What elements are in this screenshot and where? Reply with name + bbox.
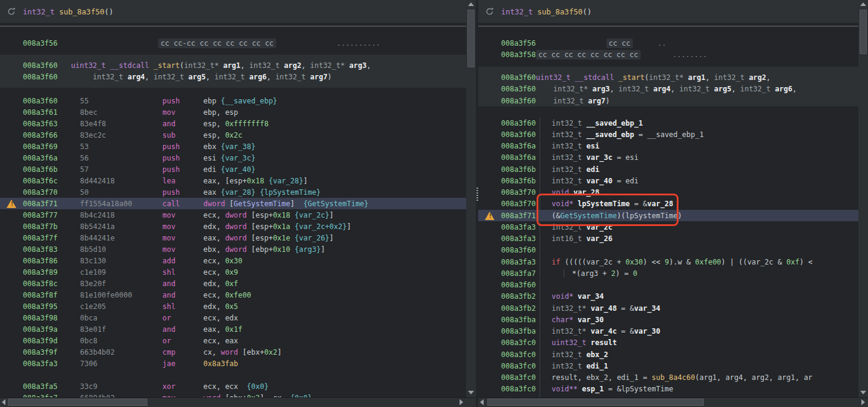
left-hscroll-thumb[interactable] [8, 399, 147, 406]
disasm-row[interactable]: 008a3fa37306jae0x8a3fab [0, 358, 466, 369]
token: ] [321, 245, 325, 254]
right-hscroll-thumb[interactable] [487, 399, 704, 406]
disasm-row[interactable]: 008a3f8c83e20fandedx, 0xf [0, 278, 466, 289]
token: , [717, 373, 725, 382]
signature-row[interactable]: 008a3f60uint32_t __stdcall _start(int32_… [478, 72, 858, 83]
hlil-row[interactable]: 008a3fa3int16_t var_26 [478, 233, 858, 245]
token: = [634, 130, 647, 139]
hlil-code: uint32_t result [540, 337, 858, 349]
operands: dword [GetSystemTime] {GetSystemTime} [203, 200, 466, 208]
disasm-row[interactable]: 008a3f89c1e109shlecx, 0x9 [0, 266, 466, 278]
scroll-up-arrow[interactable] [860, 2, 866, 6]
disasm-row[interactable]: 008a3fa766894b02movword [ebx+0x2], cx {0… [0, 392, 466, 397]
token [571, 73, 575, 82]
signature-row[interactable]: 008a3f60 int32_t arg4, int32_t arg5, int… [0, 71, 466, 82]
left-vscroll-thumb[interactable] [467, 10, 475, 67]
hlil-row[interactable]: 008a3fc0result, ebx_2, edi_1 = sub_8a4c6… [478, 372, 858, 384]
disasm-row[interactable]: 008a3f8683c130addecx, 0x30 [0, 255, 466, 266]
hlil-row[interactable]: 008a3f6bint32_t var_40 = edi [478, 175, 858, 186]
signature-row[interactable]: 008a3f60 int32_t* arg3, int32_t arg4, in… [478, 83, 858, 94]
scroll-up-arrow[interactable] [468, 2, 474, 6]
hlil-row[interactable]: 008a3f6bint32_t edi [478, 164, 858, 175]
signature-row[interactable]: 008a3f60uint32_t __stdcall _start(int32_… [0, 60, 466, 71]
disasm-row[interactable]: 008a3f6c8d442418leaeax, [esp+0x18 {var_2… [0, 175, 466, 186]
hlil-row[interactable]: 008a3fc0uint32_t result [478, 337, 858, 349]
disasm-row[interactable]: 008a3f7f8b44241emoveax, dword [esp+0x1e … [0, 232, 466, 243]
disasm-row[interactable]: 008a3f9f663b4b02cmpcx, word [ebx+0x2] [0, 346, 466, 358]
disasm-row[interactable]: 008a3f6a56pushesi {var_3c} [0, 152, 466, 164]
disasm-row[interactable]: 008a3f95c1e205shledx, 0x5 [0, 301, 466, 312]
operands: edx, dword [esp+0x1a {var_2c+0x2}] [203, 222, 466, 231]
scroll-down-arrow[interactable] [468, 391, 474, 394]
signature-row[interactable]: 008a3f60 int32_t arg7) [478, 95, 858, 106]
hlil-row[interactable]: 008a3f6aint32_t esi [478, 141, 858, 152]
disasm-row[interactable]: 008a3f9d0bc8orecx, eax [0, 335, 466, 346]
hlil-row[interactable]: 008a3f60int32_t __saved_ebp_1 [478, 117, 858, 129]
scroll-down-arrow[interactable] [860, 391, 866, 394]
address: 008a3fa7 [501, 269, 540, 278]
disasm-row[interactable]: 008a3f6b57pushedi {var_40} [0, 164, 466, 175]
disasm-row[interactable]: 008a3f618becmovebp, esp [0, 106, 466, 118]
token: ebx_2 [586, 373, 608, 382]
scroll-left-arrow[interactable] [2, 399, 5, 405]
token [586, 327, 591, 335]
token [123, 73, 128, 81]
scroll-left-arrow[interactable] [480, 399, 484, 405]
right-vscrollbar[interactable] [858, 0, 868, 397]
hex-dump-row[interactable]: 008a3f58 cc cc cc cc cc cc cc cc .......… [478, 49, 858, 60]
hlil-row[interactable]: 008a3fa3if (((((var_2c + 0x30) << 9).w &… [478, 256, 858, 268]
token: 0x1a [273, 222, 291, 231]
disasm-row[interactable]: 008a3f778b4c2418movecx, dword [esp+0x18 … [0, 209, 466, 221]
hlil-row[interactable]: 008a3fb2int32_t* var_48 = &var_34 [478, 302, 858, 314]
warning-slot [0, 301, 23, 312]
address: 008a3f9f [23, 348, 80, 357]
disasm-row[interactable]: 008a3fa533c9xorecx, ecx {0x0} [0, 381, 466, 392]
instruction-bytes: 8b4c2418 [80, 211, 162, 219]
hlil-row[interactable]: 008a3f60 [478, 280, 858, 291]
token: arg4 [128, 73, 145, 81]
hlil-row[interactable]: 008a3fc0int32_t edi_1 [478, 360, 858, 372]
disasm-row[interactable]: 008a3f7b8b54241amovedx, dword [esp+0x1a … [0, 221, 466, 232]
disasm-row[interactable]: 008a3f6055pushebp {__saved_ebp} [0, 95, 466, 106]
hlil-row[interactable]: 008a3f6aint32_t var_3c = esi [478, 152, 858, 164]
function-header-right[interactable]: int32_t sub_8a3f50() [478, 0, 858, 23]
disasm-row[interactable]: 008a3f71ff1554a18a00calldword [GetSystem… [0, 198, 466, 209]
token: = [612, 153, 626, 162]
token: var_40 [586, 177, 612, 185]
hlil-row[interactable]: 008a3fbachar* var_30 [478, 314, 858, 325]
function-header-left[interactable]: int32_t sub_8a3f50() [0, 0, 466, 23]
disasm-row[interactable]: 008a3f9a83e01fandeax, 0x1f [0, 323, 466, 335]
disasm-row[interactable]: 008a3f8f81e100fe0000andecx, 0xfe00 [0, 289, 466, 301]
hlil-row[interactable]: 008a3fa7*(arg3 + 2) = 0 [478, 268, 858, 279]
instruction-bytes: c1e109 [80, 268, 162, 277]
token: 2 [611, 269, 615, 278]
disasm-row[interactable]: 008a3f838b5d10movebx, dword [ebp+0x10 {a… [0, 243, 466, 255]
token [745, 73, 749, 82]
token: int32_t [214, 73, 245, 81]
disasm-row[interactable]: 008a3f6383e4f8andesp, 0xfffffff8 [0, 118, 466, 129]
disasm-row[interactable]: 008a3f980bcaorecx, edx [0, 312, 466, 323]
disassembly-pane[interactable]: int32_t sub_8a3f50() 008a3f56 cc cc-cc c… [0, 0, 466, 397]
token: edi [626, 177, 639, 185]
scroll-right-arrow[interactable] [460, 399, 463, 405]
disasm-row[interactable]: 008a3f6683ec2csubesp, 0x2c [0, 129, 466, 141]
operands: ecx, edx [203, 314, 466, 322]
right-vscroll-thumb[interactable] [860, 10, 867, 54]
token: ) [605, 97, 609, 105]
hlil-row[interactable]: 008a3f60 [478, 245, 858, 256]
hlil-row[interactable]: 008a3fc0int32_t ebx_2 [478, 349, 858, 360]
hlil-row[interactable]: 008a3fbaint32_t* var_4c = &var_30 [478, 326, 858, 337]
hlil-row[interactable]: 008a3fb2void* var_34 [478, 291, 858, 302]
instruction-bytes: 8b54241a [80, 222, 162, 231]
disasm-row[interactable]: 008a3f7050pusheax {var_28} {lpSystemTime… [0, 186, 466, 198]
scroll-right-arrow[interactable] [861, 399, 865, 405]
hex-dump-row[interactable]: 008a3f56 cc cc-cc cc cc cc cc cc cc ....… [0, 37, 466, 49]
hex-bytes: cc cc-cc cc cc cc cc cc cc [158, 38, 276, 48]
hlil-row[interactable]: 008a3fc0void** esp_1 = &lpSystemTime [478, 384, 858, 395]
token: , [610, 85, 618, 93]
hlil-code: int32_t* var_48 = &var_34 [540, 302, 858, 314]
disasm-row[interactable]: 008a3f6953pushebx {var_38} [0, 141, 466, 152]
token: var_4c [591, 327, 617, 335]
hlil-row[interactable]: 008a3f60int32_t __saved_ebp = __saved_eb… [478, 129, 858, 140]
hex-dump-row[interactable]: 008a3f56 cc cc .. [478, 37, 858, 49]
